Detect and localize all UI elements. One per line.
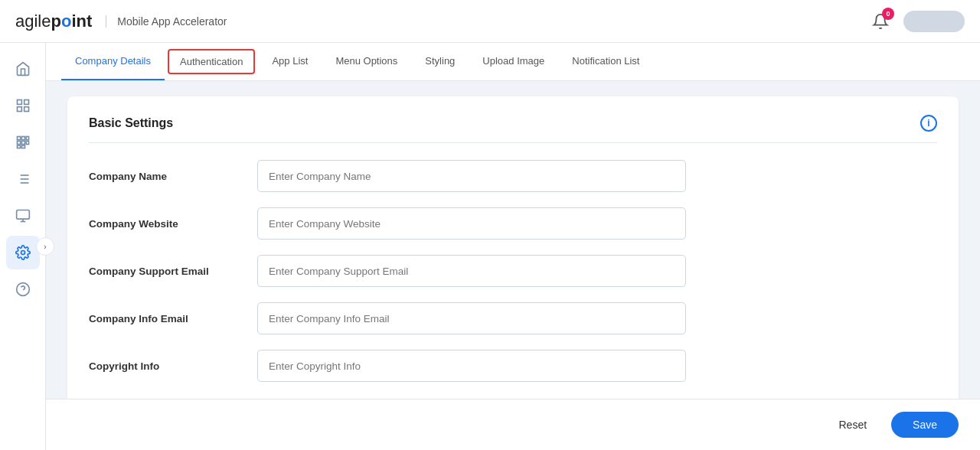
- sidebar-item-list[interactable]: [6, 162, 40, 196]
- logo: agilepoint: [15, 11, 92, 31]
- svg-rect-1: [24, 100, 28, 105]
- input-company-support-email[interactable]: [257, 255, 686, 287]
- info-icon[interactable]: i: [920, 115, 937, 132]
- card-title: Basic Settings: [89, 116, 173, 130]
- notification-badge: 0: [882, 8, 894, 20]
- form-row-company-website: Company Website: [89, 207, 937, 240]
- card-header: Basic Settings i: [89, 115, 937, 143]
- sidebar-item-help[interactable]: [6, 272, 40, 306]
- svg-rect-11: [21, 145, 24, 148]
- sidebar-item-grid[interactable]: [6, 126, 40, 159]
- sidebar-item-dashboard[interactable]: [6, 89, 40, 122]
- page-body: Basic Settings i Company Name Company We…: [46, 81, 980, 399]
- tab-authentication[interactable]: Authentication: [168, 49, 255, 74]
- svg-rect-3: [17, 107, 21, 112]
- form-row-copyright-info: Copyright Info: [89, 350, 937, 382]
- form: Company Name Company Website Company Sup…: [89, 160, 937, 382]
- notification-bell[interactable]: 0: [868, 9, 893, 34]
- svg-rect-5: [21, 137, 24, 140]
- svg-rect-9: [26, 141, 28, 144]
- basic-settings-card: Basic Settings i Company Name Company We…: [67, 96, 959, 399]
- logo-point: p: [51, 11, 60, 31]
- tab-app-list[interactable]: App List: [258, 43, 322, 80]
- label-company-name: Company Name: [89, 171, 257, 182]
- save-button[interactable]: Save: [891, 412, 959, 438]
- svg-rect-4: [17, 137, 20, 140]
- svg-rect-7: [17, 141, 20, 144]
- sidebar-item-chart[interactable]: [6, 199, 40, 233]
- label-company-support-email: Company Support Email: [89, 266, 257, 277]
- svg-rect-8: [21, 141, 24, 144]
- svg-rect-6: [26, 137, 28, 140]
- sidebar-toggle[interactable]: ›: [36, 237, 54, 256]
- app-title: Mobile App Accelerator: [106, 15, 227, 28]
- top-nav: agilepoint Mobile App Accelerator 0: [0, 0, 980, 43]
- label-company-website: Company Website: [89, 218, 257, 230]
- label-copyright-info: Copyright Info: [89, 360, 257, 372]
- tab-company-details[interactable]: Company Details: [61, 43, 165, 80]
- footer-actions: Reset Save: [46, 399, 980, 450]
- tab-upload-image[interactable]: Upload Image: [469, 43, 558, 80]
- content-area: Company Details Authentication App List …: [46, 43, 980, 450]
- form-row-company-name: Company Name: [89, 160, 937, 192]
- logo-dot: o: [61, 11, 71, 31]
- svg-rect-0: [17, 100, 21, 105]
- svg-rect-10: [17, 145, 20, 148]
- tab-styling[interactable]: Styling: [411, 43, 469, 80]
- form-row-company-info-email: Company Info Email: [89, 302, 937, 334]
- svg-rect-2: [24, 107, 28, 112]
- svg-rect-18: [16, 210, 29, 220]
- avatar[interactable]: [903, 11, 965, 32]
- label-company-info-email: Company Info Email: [89, 313, 257, 324]
- tab-notification-list[interactable]: Notification List: [558, 43, 653, 80]
- form-row-company-support-email: Company Support Email: [89, 255, 937, 287]
- nav-right: 0: [868, 9, 965, 34]
- logo-agile: agile: [15, 11, 51, 31]
- tab-menu-options[interactable]: Menu Options: [322, 43, 411, 80]
- sidebar-item-home[interactable]: [6, 52, 40, 86]
- sidebar: ›: [0, 43, 46, 450]
- svg-point-21: [21, 251, 24, 255]
- input-company-info-email[interactable]: [257, 302, 686, 334]
- main-layout: › Company Details Authentication App Lis…: [0, 43, 980, 450]
- input-company-website[interactable]: [257, 207, 686, 240]
- input-copyright-info[interactable]: [257, 350, 686, 382]
- logo-int: int: [71, 11, 92, 31]
- sidebar-item-settings[interactable]: [6, 236, 40, 269]
- input-company-name[interactable]: [257, 160, 686, 192]
- tabs-bar: Company Details Authentication App List …: [46, 43, 980, 81]
- nav-left: agilepoint Mobile App Accelerator: [15, 11, 227, 31]
- reset-button[interactable]: Reset: [827, 412, 880, 437]
